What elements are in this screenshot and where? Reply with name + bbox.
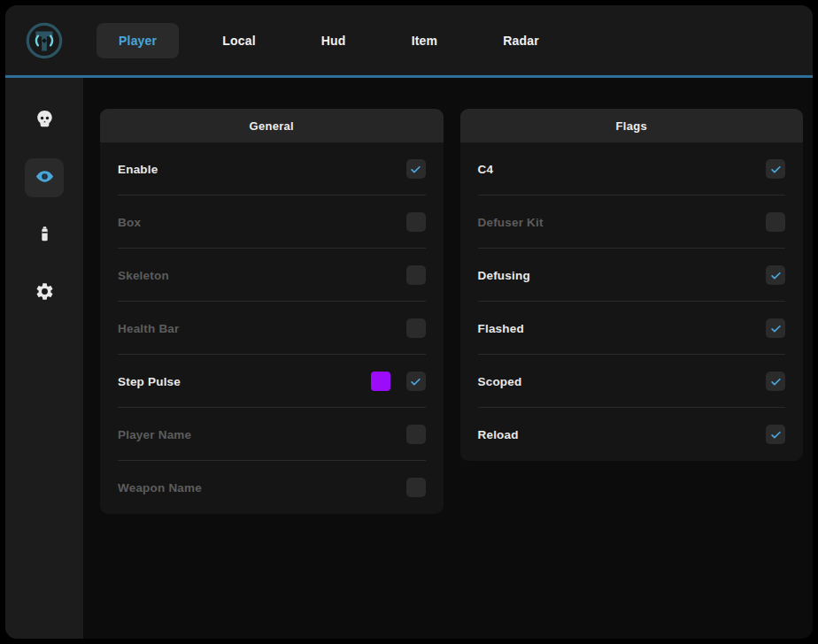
tab-label: Local [222,34,256,48]
main-content: GeneralEnableBoxSkeletonHealth BarStep P… [83,78,813,639]
tab-label: Player [119,34,157,48]
brand-logo-icon [24,20,65,61]
row-label: Reload [478,428,767,441]
color-swatch[interactable] [371,372,390,391]
checkbox-defusing[interactable] [766,265,785,285]
row-label: Defusing [478,269,767,282]
sidebar-item-gear[interactable] [25,273,64,312]
checkbox-step-pulse[interactable] [406,372,426,391]
panel-general: GeneralEnableBoxSkeletonHealth BarStep P… [100,109,444,514]
checkbox-enable[interactable] [406,159,426,179]
battery-icon [35,224,55,248]
row-label: Weapon Name [118,481,406,494]
row-player-name: Player Name [100,408,444,461]
check-icon [769,322,783,335]
row-reload: Reload [460,408,804,461]
row-skeleton: Skeleton [100,249,444,302]
checkbox-weapon-name[interactable] [406,478,426,497]
row-label: Scoped [478,375,767,388]
gear-icon [35,281,55,305]
row-label: Defuser Kit [478,216,767,229]
row-defuser-kit: Defuser Kit [460,196,804,249]
eye-icon [35,166,55,190]
check-icon [409,163,422,176]
row-health-bar: Health Bar [100,302,444,355]
sidebar-item-battery[interactable] [25,216,64,255]
check-icon [409,375,422,388]
row-label: Skeleton [118,269,406,282]
row-scoped: Scoped [460,355,804,408]
row-label: C4 [478,163,767,176]
row-label: Health Bar [118,322,406,335]
app-window: PlayerLocalHudItemRadar GeneralEnableBox… [5,5,813,639]
checkbox-box[interactable] [406,212,426,232]
check-icon [769,269,783,282]
checkbox-scoped[interactable] [766,372,785,391]
panel-body: C4Defuser KitDefusingFlashedScopedReload [460,142,804,461]
checkbox-flashed[interactable] [766,318,785,338]
row-box: Box [100,196,444,249]
tab-player[interactable]: Player [96,23,179,58]
panel-flags: FlagsC4Defuser KitDefusingFlashedScopedR… [460,109,804,461]
row-weapon-name: Weapon Name [100,461,444,514]
check-icon [769,428,783,441]
tab-radar[interactable]: Radar [481,23,561,58]
panel-title: General [100,109,444,142]
row-label: Box [118,216,406,229]
check-icon [769,375,783,388]
check-icon [769,163,783,176]
row-flashed: Flashed [460,302,804,355]
tab-local[interactable]: Local [200,23,278,58]
row-step-pulse: Step Pulse [100,355,444,408]
header-bar: PlayerLocalHudItemRadar [5,5,813,78]
row-label: Player Name [118,428,406,441]
tab-label: Radar [503,34,539,48]
checkbox-skeleton[interactable] [406,265,426,285]
icon-sidebar [5,78,83,639]
tab-label: Item [412,34,438,48]
tab-hud[interactable]: Hud [299,23,368,58]
sidebar-item-eye[interactable] [25,158,64,197]
row-defusing: Defusing [460,249,804,302]
row-label: Step Pulse [118,375,371,388]
sidebar-item-skull[interactable] [25,101,64,140]
skull-icon [35,109,55,133]
window-body: GeneralEnableBoxSkeletonHealth BarStep P… [5,78,813,639]
tab-item[interactable]: Item [390,23,460,58]
panel-body: EnableBoxSkeletonHealth BarStep PulsePla… [100,142,444,514]
row-label: Enable [118,163,406,176]
checkbox-health-bar[interactable] [406,318,426,338]
row-enable: Enable [100,142,444,196]
checkbox-c4[interactable] [766,159,785,179]
row-label: Flashed [478,322,767,335]
row-c4: C4 [460,142,804,196]
tab-label: Hud [321,34,346,48]
panel-title: Flags [460,109,804,142]
top-tab-bar: PlayerLocalHudItemRadar [96,23,561,58]
checkbox-defuser-kit[interactable] [766,212,785,232]
checkbox-reload[interactable] [766,425,785,444]
checkbox-player-name[interactable] [406,425,426,444]
